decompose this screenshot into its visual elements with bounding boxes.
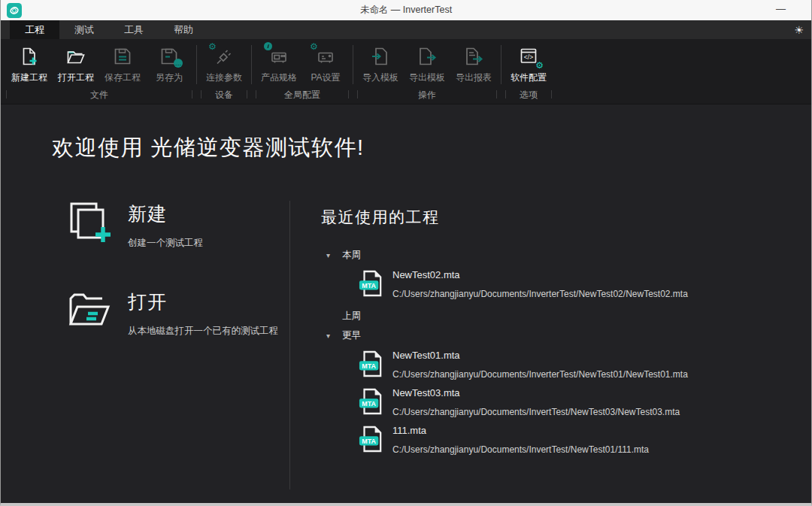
recent-item-111[interactable]: MTA 111.mta C:/Users/zhangjianyu/Documen…: [359, 425, 788, 455]
pa-settings-icon: ⚙: [315, 46, 336, 67]
mta-file-icon: MTA: [359, 387, 383, 416]
open-project-label: 打开工程: [58, 71, 94, 84]
open-project-card-title: 打开: [128, 289, 278, 314]
tree-group-label: 本周: [342, 249, 361, 262]
tab-tools[interactable]: 工具: [109, 20, 159, 39]
product-spec-label: 产品规格: [261, 71, 297, 84]
recent-item-newtest03[interactable]: MTA NewTest03.mta C:/Users/zhangjianyu/D…: [359, 387, 788, 417]
connection-params-icon: ⚙: [214, 46, 235, 67]
chevron-down-icon[interactable]: ▾: [321, 251, 342, 259]
recent-item-name: 111.mta: [392, 425, 649, 437]
welcome-page: 欢迎使用 光储逆变器测试软件! 新建 创建一个测试工程: [2, 105, 810, 503]
connection-params-gear-badge: ⚙: [208, 41, 217, 52]
welcome-heading: 欢迎使用 光储逆变器测试软件!: [52, 133, 365, 163]
recent-projects-tree: ▾ 本周 MTA NewTest02.mta C:/Users/zhangjia…: [321, 246, 788, 455]
export-template-button[interactable]: 导出模板: [404, 44, 450, 86]
save-project-label: 保存工程: [105, 71, 141, 84]
recent-item-name: NewTest01.mta: [392, 350, 688, 362]
ribbon-group-device: ⚙ 连接参数 设备: [197, 39, 251, 104]
export-template-icon: [417, 46, 438, 67]
software-config-button[interactable]: </> ⚙ 软件配置: [505, 44, 552, 86]
recent-item-path: C:/Users/zhangjianyu/Documents/InvertTes…: [392, 407, 680, 417]
open-project-card[interactable]: 打开 从本地磁盘打开一个已有的测试工程: [68, 289, 278, 338]
open-project-button[interactable]: 打开工程: [53, 44, 99, 86]
new-project-label: 新建工程: [11, 71, 47, 84]
ribbon-group-operations: 导入模板 导出模板: [353, 39, 501, 104]
mta-file-icon: MTA: [359, 269, 383, 298]
quick-actions: 新建 创建一个测试工程 打开 从本地磁盘打开一个已有的测试工程: [68, 201, 278, 338]
recent-item-path: C:/Users/zhangjianyu/Documents/InverterT…: [392, 289, 688, 299]
recent-item-name: NewTest03.mta: [392, 387, 680, 399]
ribbon: 新建工程 打开工程: [1, 39, 811, 105]
recent-item-path: C:/Users/zhangjianyu/Documents/InvertTes…: [392, 444, 649, 455]
svg-text:MTA: MTA: [362, 400, 376, 408]
svg-text:MTA: MTA: [362, 362, 376, 370]
tree-group-this-week[interactable]: ▾ 本周: [321, 246, 788, 264]
software-config-gear-badge: ⚙: [535, 60, 544, 71]
save-project-icon: [112, 46, 133, 67]
recent-projects-heading: 最近使用的工程: [321, 207, 788, 228]
ribbon-group-device-label: 设备: [201, 87, 247, 104]
ribbon-group-file-label: 文件: [6, 87, 192, 104]
save-as-button[interactable]: … 另存为: [146, 44, 192, 86]
tree-group-last-week[interactable]: 上周: [321, 307, 788, 325]
import-template-icon: [370, 46, 391, 67]
svg-text:</>: </>: [524, 53, 533, 61]
ribbon-group-global-config-label: 全局配置: [256, 87, 349, 104]
app-window: 未命名 — InverterTest — 工程 测试 工具 帮助 ☀: [0, 0, 812, 506]
recent-projects-panel: 最近使用的工程 ▾ 本周 MTA NewTest02.mta C:/U: [321, 207, 788, 462]
save-as-icon: …: [159, 46, 180, 67]
save-as-label: 另存为: [156, 71, 183, 84]
minimize-button[interactable]: —: [765, 3, 805, 17]
import-template-button[interactable]: 导入模板: [357, 44, 404, 86]
export-report-button[interactable]: 导出报表: [450, 44, 497, 86]
tree-group-earlier[interactable]: ▾ 更早: [321, 326, 788, 344]
ribbon-group-options: </> ⚙ 软件配置 选项: [501, 39, 556, 104]
pa-settings-button[interactable]: ⚙ PA设置: [302, 44, 349, 86]
open-project-card-subtitle: 从本地磁盘打开一个已有的测试工程: [128, 325, 278, 338]
new-card-icon: [68, 201, 111, 244]
product-spec-button[interactable]: i 产品规格: [256, 44, 302, 86]
tree-group-label: 上周: [342, 310, 361, 323]
ribbon-group-operations-label: 操作: [357, 87, 497, 104]
pa-settings-label: PA设置: [311, 71, 340, 84]
theme-toggle-sun-icon[interactable]: ☀: [794, 20, 804, 39]
open-card-icon: [68, 289, 111, 332]
new-project-card-text: 新建 创建一个测试工程: [128, 201, 203, 250]
mta-file-icon: MTA: [359, 425, 383, 453]
open-project-card-text: 打开 从本地磁盘打开一个已有的测试工程: [128, 289, 278, 338]
tree-group-label: 更早: [342, 329, 361, 342]
titlebar: 未命名 — InverterTest —: [1, 0, 811, 20]
window-title: 未命名 — InverterTest: [1, 4, 811, 17]
export-template-label: 导出模板: [409, 71, 445, 84]
chevron-down-icon[interactable]: ▾: [321, 332, 342, 340]
connection-params-label: 连接参数: [206, 71, 242, 84]
open-project-icon: [65, 46, 86, 67]
recent-item-text: NewTest02.mta C:/Users/zhangjianyu/Docum…: [392, 269, 688, 299]
product-spec-info-badge: i: [264, 42, 272, 50]
content-divider: [289, 201, 290, 489]
new-project-card[interactable]: 新建 创建一个测试工程: [68, 201, 278, 250]
new-project-button[interactable]: 新建工程: [6, 44, 53, 86]
recent-item-newtest02[interactable]: MTA NewTest02.mta C:/Users/zhangjianyu/D…: [359, 269, 788, 299]
new-project-icon: [19, 46, 40, 67]
recent-item-text: NewTest03.mta C:/Users/zhangjianyu/Docum…: [392, 387, 680, 417]
recent-item-text: 111.mta C:/Users/zhangjianyu/Documents/I…: [392, 425, 649, 455]
tab-test[interactable]: 测试: [59, 20, 109, 39]
recent-item-newtest01[interactable]: MTA NewTest01.mta C:/Users/zhangjianyu/D…: [359, 350, 788, 380]
svg-text:MTA: MTA: [362, 282, 376, 289]
tab-project[interactable]: 工程: [10, 20, 59, 39]
app-logo-icon: [7, 3, 22, 18]
ribbon-tabbar: 工程 测试 工具 帮助 ☀: [1, 20, 811, 39]
software-config-icon: </> ⚙: [518, 46, 539, 67]
recent-item-text: NewTest01.mta C:/Users/zhangjianyu/Docum…: [392, 350, 688, 380]
tab-help[interactable]: 帮助: [159, 20, 208, 39]
save-as-dots-badge: …: [174, 59, 183, 68]
new-project-card-title: 新建: [128, 201, 203, 226]
export-report-label: 导出报表: [456, 71, 492, 84]
ribbon-group-file: 新建工程 打开工程: [2, 39, 196, 104]
save-project-button[interactable]: 保存工程: [99, 44, 146, 86]
product-spec-icon: i: [268, 46, 289, 67]
connection-params-button[interactable]: ⚙ 连接参数: [201, 44, 247, 86]
pa-settings-gear-badge: ⚙: [310, 41, 318, 52]
